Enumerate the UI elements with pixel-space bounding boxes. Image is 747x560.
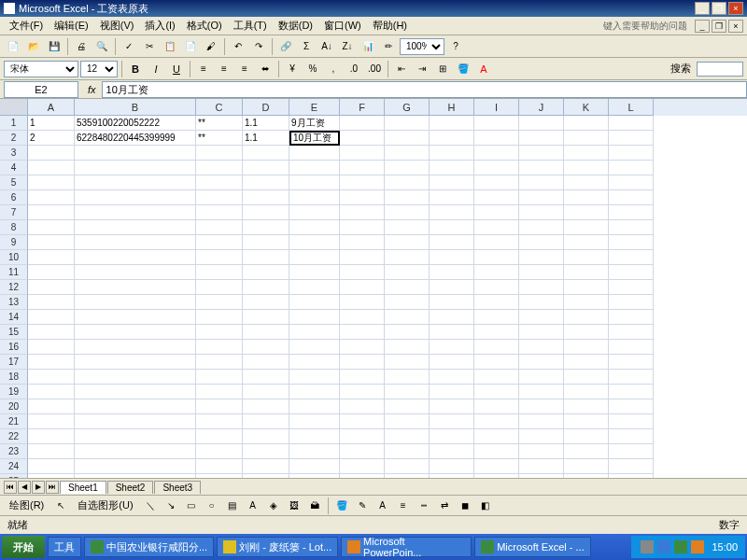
cell[interactable] (243, 190, 289, 205)
cell[interactable] (75, 280, 196, 295)
chart-icon[interactable]: 📊 (359, 37, 377, 56)
cell[interactable] (243, 220, 289, 235)
sheet-nav-next-icon[interactable]: ▶ (32, 481, 45, 494)
cell[interactable] (474, 190, 519, 205)
cell[interactable] (609, 265, 654, 280)
cell[interactable] (75, 399, 196, 414)
redo-icon[interactable]: ↷ (249, 37, 268, 56)
cell[interactable] (385, 280, 430, 295)
row-header[interactable]: 20 (0, 399, 28, 414)
cell[interactable] (430, 414, 474, 429)
cell[interactable] (196, 385, 243, 399)
row-header[interactable]: 12 (0, 280, 28, 295)
cell[interactable] (75, 355, 196, 370)
name-box[interactable]: E2 (4, 81, 78, 98)
cell[interactable] (385, 399, 430, 414)
menu-data[interactable]: 数据(D) (273, 17, 318, 35)
cell[interactable] (75, 444, 196, 459)
line-style-icon[interactable]: ≡ (394, 497, 413, 515)
cell[interactable] (564, 385, 609, 399)
zoom-combo[interactable]: 100% (400, 38, 444, 55)
search-input[interactable] (697, 62, 743, 77)
column-header[interactable]: J (519, 99, 564, 116)
hyperlink-icon[interactable]: 🔗 (276, 37, 295, 56)
cell[interactable] (564, 146, 609, 161)
cell[interactable] (474, 325, 519, 340)
cell[interactable] (289, 310, 340, 325)
cell[interactable] (430, 161, 474, 175)
cell[interactable] (609, 131, 654, 146)
cell[interactable] (28, 175, 75, 190)
cell[interactable] (75, 235, 196, 250)
row-header[interactable]: 22 (0, 429, 28, 444)
cell[interactable] (289, 444, 340, 459)
sheet-tab[interactable]: Sheet1 (60, 481, 106, 494)
cell[interactable] (430, 205, 474, 220)
cell[interactable] (196, 265, 243, 280)
shadow-icon[interactable]: ◼ (456, 497, 474, 515)
cell[interactable] (385, 131, 430, 146)
cell[interactable] (340, 429, 385, 444)
cell[interactable] (340, 310, 385, 325)
cell[interactable] (340, 161, 385, 175)
cell[interactable] (474, 175, 519, 190)
cell[interactable]: 1.1 (243, 131, 289, 146)
cell[interactable] (289, 205, 340, 220)
font-color-icon[interactable]: A (474, 60, 493, 78)
cell[interactable] (564, 116, 609, 131)
cell[interactable] (289, 161, 340, 175)
line-color-icon[interactable]: ✎ (353, 497, 372, 515)
cell[interactable] (474, 280, 519, 295)
cell[interactable] (196, 161, 243, 175)
cell[interactable] (564, 370, 609, 385)
cell[interactable]: 6228480220445399999 (75, 131, 196, 146)
column-header[interactable]: F (340, 99, 385, 116)
preview-icon[interactable]: 🔍 (92, 37, 111, 56)
menu-format[interactable]: 格式(O) (181, 17, 228, 35)
menu-tools[interactable]: 工具(T) (228, 17, 273, 35)
cell[interactable] (609, 295, 654, 310)
oval-icon[interactable]: ○ (203, 497, 221, 515)
cell[interactable] (28, 265, 75, 280)
cell[interactable] (28, 220, 75, 235)
cell[interactable] (385, 265, 430, 280)
merge-icon[interactable]: ⬌ (256, 60, 275, 78)
cell[interactable] (474, 340, 519, 355)
cell[interactable] (609, 161, 654, 175)
cell[interactable] (340, 414, 385, 429)
tray-icon[interactable] (641, 540, 654, 553)
cell[interactable] (243, 414, 289, 429)
cell[interactable] (385, 459, 430, 474)
cell[interactable] (28, 235, 75, 250)
cell[interactable] (243, 399, 289, 414)
cell[interactable] (430, 250, 474, 265)
cell[interactable] (243, 370, 289, 385)
arrow-style-icon[interactable]: ⇄ (435, 497, 454, 515)
cell[interactable] (28, 205, 75, 220)
draw-menu[interactable]: 绘图(R) (4, 497, 49, 514)
format-painter-icon[interactable]: 🖌 (202, 37, 220, 56)
row-header[interactable]: 25 (0, 474, 28, 478)
cell[interactable] (196, 220, 243, 235)
cell[interactable] (474, 295, 519, 310)
cell[interactable] (474, 146, 519, 161)
cell[interactable] (289, 429, 340, 444)
row-header[interactable]: 2 (0, 131, 28, 146)
cell[interactable] (609, 280, 654, 295)
cell[interactable] (519, 265, 564, 280)
cell[interactable] (609, 205, 654, 220)
cell[interactable] (340, 116, 385, 131)
cell[interactable] (28, 161, 75, 175)
formula-input[interactable]: 10月工资 (102, 81, 747, 98)
sheet-tab[interactable]: Sheet2 (107, 481, 154, 494)
cell[interactable] (243, 444, 289, 459)
fill-color-draw-icon[interactable]: 🪣 (332, 497, 351, 515)
cell[interactable] (519, 146, 564, 161)
cell[interactable] (289, 340, 340, 355)
cell[interactable] (75, 474, 196, 478)
cell[interactable] (75, 340, 196, 355)
align-left-icon[interactable]: ≡ (194, 60, 213, 78)
cell[interactable] (289, 399, 340, 414)
cell[interactable] (289, 295, 340, 310)
column-header[interactable]: I (474, 99, 519, 116)
